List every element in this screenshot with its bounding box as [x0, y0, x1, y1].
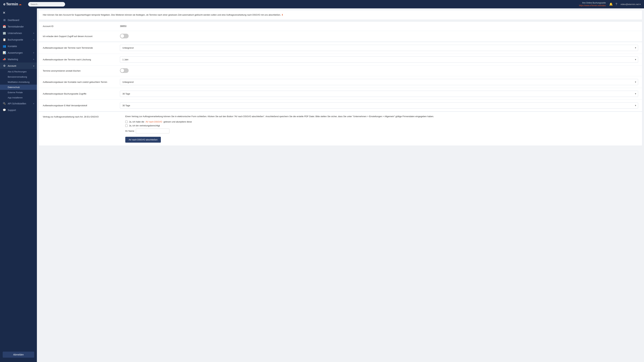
name-label: Ihr Name: [125, 130, 134, 132]
user-email[interactable]: video@etermin.net ▾: [620, 3, 641, 5]
checkbox1[interactable]: [125, 121, 128, 123]
retention-email-row: Aufbewahrungsdauer E-Mail Versandprotoko…: [39, 100, 642, 111]
support-icon: 💬: [3, 108, 6, 112]
retention-email-select[interactable]: 30 Tage 60 Tage 90 Tage Unbegrenzt: [120, 102, 638, 109]
retention-kontakte-select-wrapper: Unbegrenzt 6 Monate 1 Jahr 2 Jahre: [120, 79, 638, 85]
chevron-right-icon: >: [33, 32, 34, 34]
retention-buchungsseite-label: Aufbewahrungsdauer Buchungsseite Zugriff…: [43, 92, 120, 95]
retention-kontakte-row: Aufbewahrungsdauer der Kontakte nach zul…: [39, 76, 642, 88]
sidebar-item-label: API Schnittstellen: [8, 102, 32, 105]
retention-termine-row: Aufbewahrungsdauer der Termine nach Term…: [39, 42, 642, 54]
marketing-icon: 📣: [3, 58, 6, 61]
calendar-icon: 📅: [3, 25, 6, 28]
sidebar-item-label: Terminkalender: [8, 25, 34, 28]
sidebar-subitem-multifaktor[interactable]: Multifaktor-Anmeldung: [0, 79, 37, 85]
sidebar-item-auswertungen[interactable]: 📊 Auswertungen >: [0, 49, 37, 56]
retention-buchungsseite-select-wrapper: 30 Tage 60 Tage 90 Tage Unbegrenzt: [120, 91, 638, 97]
dashboard-icon: ⊞: [3, 18, 6, 22]
anonymisieren-label: Termine anonymisieren anstatt löschen: [43, 69, 120, 72]
sidebar-item-label: Buchungsseite: [8, 38, 32, 41]
retention-buchungsseite-select[interactable]: 30 Tage 60 Tage 90 Tage Unbegrenzt: [120, 91, 638, 97]
checkbox1-suffix: gelesen und akzeptiere diese: [164, 120, 192, 123]
support-label: Ich erlaube dem Support Zugriff auf dies…: [43, 35, 120, 37]
logout-button[interactable]: Abmelden: [3, 352, 34, 358]
name-input[interactable]: [136, 129, 170, 133]
sidebar-subitem-app[interactable]: App installieren: [0, 95, 37, 100]
main-layout: ✕ ⊞ Dashboard 📅 Terminkalender 🏢 Unterne…: [0, 8, 644, 362]
sidebar-item-support[interactable]: 💬 Support: [0, 107, 37, 113]
bell-icon[interactable]: 🔔: [609, 2, 613, 6]
retention-loeschung-label: Aufbewahrungsdauer der Termine nach Lösc…: [43, 58, 120, 61]
search-bar: [28, 2, 65, 6]
sidebar-item-label: Marketing: [8, 58, 32, 61]
anonymisieren-row: Termine anonymisieren anstatt löschen: [39, 65, 642, 76]
checkbox1-label: Ja, ich habe die: [129, 120, 144, 123]
chevron-right-icon: >: [33, 39, 34, 41]
sidebar-subitem-abo[interactable]: Abo & Rechnungen: [0, 69, 37, 74]
retention-kontakte-select[interactable]: Unbegrenzt 6 Monate 1 Jahr 2 Jahre: [120, 79, 638, 85]
chevron-right-icon: >: [33, 103, 34, 105]
info-banner: Hier können Sie den Account für Supporta…: [38, 10, 642, 20]
support-toggle[interactable]: [120, 34, 129, 38]
sidebar-subitem-datenschutz[interactable]: Datenschutz: [0, 85, 37, 90]
chevron-down-icon: v: [33, 65, 34, 67]
sidebar: ✕ ⊞ Dashboard 📅 Terminkalender 🏢 Unterne…: [0, 8, 37, 362]
chevron-right-icon: >: [33, 52, 34, 54]
dsgvo-row: Vertrag zur Auftragsverarbeitung nach Ar…: [43, 115, 638, 143]
anonymisieren-toggle[interactable]: [120, 68, 129, 73]
dsgvo-button[interactable]: AV nach DSGVO abschließen: [125, 137, 161, 143]
sidebar-subitem-benutzer[interactable]: Benutzerverwaltung: [0, 74, 37, 79]
retention-termine-label: Aufbewahrungsdauer der Termine nach Term…: [43, 46, 120, 49]
sidebar-item-buchungsseite[interactable]: 📋 Buchungsseite >: [0, 36, 37, 43]
retention-email-select-wrapper: 30 Tage 60 Tage 90 Tage Unbegrenzt: [120, 102, 638, 109]
form-card: Account ID 38850 Ich erlaube dem Support…: [38, 21, 642, 146]
account-icon: ⚙: [3, 64, 6, 67]
sidebar-item-label: Auswertungen: [8, 51, 32, 54]
booking-icon: 📋: [3, 38, 6, 41]
dsgvo-label: Vertrag zur Auftragsverarbeitung nach Ar…: [43, 115, 120, 143]
sidebar-item-label: Unternehmen: [8, 32, 32, 34]
retention-termine-select-wrapper: Unbegrenzt 6 Monate 1 Jahr 2 Jahre 3 Jah…: [120, 45, 638, 51]
av-dsgvo-link[interactable]: AV nach DSGVO: [146, 120, 162, 123]
analytics-icon: 📊: [3, 51, 6, 54]
sidebar-item-label: Support: [8, 109, 34, 111]
account-id-row: Account ID 38850: [39, 22, 642, 31]
dsgvo-desc: Einen Vertrag zur Auftragsverarbeitung k…: [125, 115, 638, 118]
booking-label: Ihre Online Buchungsseite: [579, 2, 606, 4]
checkbox2[interactable]: [125, 124, 128, 127]
retention-loeschung-select[interactable]: Unbegrenzt 30 Tage 6 Monate 1 Jahr 2 Jah…: [120, 56, 638, 63]
booking-url[interactable]: https://www.eTermin.net/video: [579, 4, 606, 7]
checkbox2-row: Ja, ich bin vertretungsberechtigt: [125, 124, 638, 127]
sidebar-item-account[interactable]: ⚙ Account v: [0, 62, 37, 69]
retention-buchungsseite-row: Aufbewahrungsdauer Buchungsseite Zugriff…: [39, 88, 642, 100]
sidebar-item-terminkalender[interactable]: 📅 Terminkalender: [0, 23, 37, 30]
close-button[interactable]: ✕: [0, 10, 8, 15]
account-id-value: 38850: [120, 25, 126, 27]
info-text: Hier können Sie den Account für Supporta…: [43, 13, 281, 16]
sidebar-item-dashboard[interactable]: ⊞ Dashboard: [0, 17, 37, 23]
sidebar-item-kontakte[interactable]: 👥 Kontakte: [0, 43, 37, 49]
account-id-label: Account ID: [43, 25, 120, 27]
dsgvo-section: Vertrag zur Auftragsverarbeitung nach Ar…: [39, 111, 642, 146]
content-area: Hier können Sie den Account für Supporta…: [37, 8, 644, 362]
sidebar-item-marketing[interactable]: 📣 Marketing >: [0, 56, 37, 62]
topbar: eTermin☁ Ihre Online Buchungsseite https…: [0, 0, 644, 8]
sidebar-item-api[interactable]: 🔌 API Schnittstellen >: [0, 100, 37, 107]
company-icon: 🏢: [3, 31, 6, 35]
sidebar-subitem-portale[interactable]: Externe Portale: [0, 90, 37, 95]
booking-link: Ihre Online Buchungsseite https://www.eT…: [579, 2, 606, 7]
warn-icon: ⬇: [282, 13, 283, 16]
search-input[interactable]: [28, 2, 65, 6]
help-icon[interactable]: ?: [616, 2, 617, 6]
retention-loeschung-select-wrapper: Unbegrenzt 30 Tage 6 Monate 1 Jahr 2 Jah…: [120, 56, 638, 63]
logo-termin: Termin: [6, 2, 18, 6]
dsgvo-content: Einen Vertrag zur Auftragsverarbeitung k…: [125, 115, 638, 143]
retention-termine-select[interactable]: Unbegrenzt 6 Monate 1 Jahr 2 Jahre 3 Jah…: [120, 45, 638, 51]
topbar-right: Ihre Online Buchungsseite https://www.eT…: [579, 2, 641, 7]
sidebar-item-unternehmen[interactable]: 🏢 Unternehmen >: [0, 30, 37, 36]
logo: eTermin☁: [3, 2, 22, 6]
sidebar-item-label: Kontakte: [8, 45, 34, 48]
topbar-icons: 🔔 ?: [609, 2, 617, 6]
sidebar-item-label: Dashboard: [8, 19, 34, 21]
account-subitems: Abo & Rechnungen Benutzerverwaltung Mult…: [0, 69, 37, 100]
